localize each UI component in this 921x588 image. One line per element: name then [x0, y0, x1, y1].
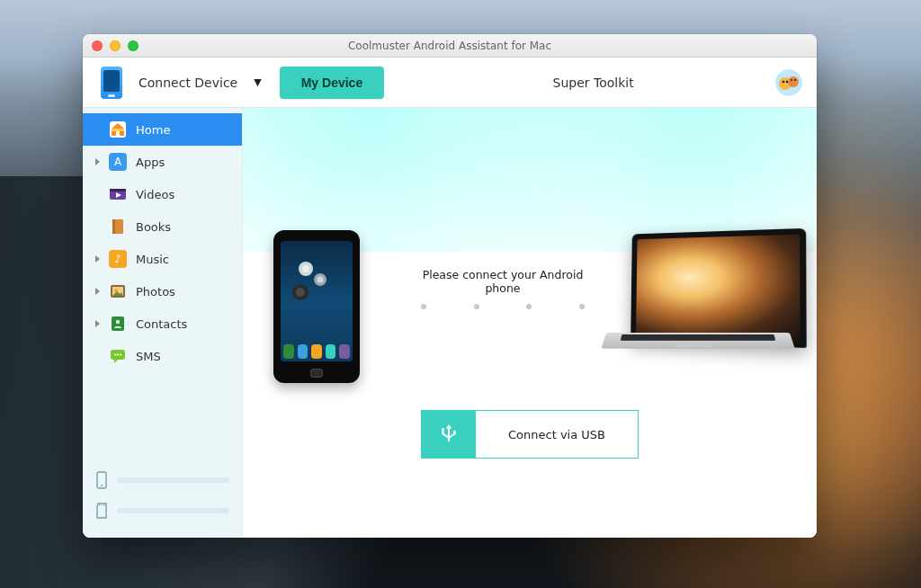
sidebar-item-apps[interactable]: A Apps	[83, 146, 242, 178]
main-panel: Please connect your Android phone Connec…	[243, 108, 817, 538]
photos-icon	[109, 282, 127, 300]
sidebar: Home A Apps Videos	[83, 108, 243, 538]
books-icon	[109, 218, 127, 236]
sidebar-item-label: Music	[136, 253, 169, 266]
sidebar-item-label: Books	[136, 220, 171, 234]
videos-icon	[109, 185, 127, 203]
svg-rect-8	[112, 129, 124, 131]
android-phone-illustration	[273, 230, 360, 383]
dropdown-caret-icon: ▼	[254, 76, 261, 88]
usb-icon	[422, 411, 476, 458]
macbook-illustration	[606, 234, 795, 369]
svg-point-5	[791, 78, 792, 80]
phone-icon	[101, 67, 122, 99]
svg-point-2	[788, 76, 799, 87]
connect-via-usb-label: Connect via USB	[476, 411, 638, 458]
expand-icon	[95, 158, 100, 165]
progress-dots	[405, 304, 601, 309]
expand-icon	[95, 255, 100, 263]
sidebar-item-label: Apps	[136, 156, 165, 169]
internal-storage-meter	[95, 471, 229, 489]
svg-point-24	[101, 485, 103, 486]
connect-via-usb-button[interactable]: Connect via USB	[421, 410, 639, 459]
svg-point-26	[302, 265, 309, 272]
svg-rect-10	[110, 189, 126, 192]
connect-device-dropdown[interactable]: Connect Device ▼	[97, 63, 280, 102]
sms-icon	[109, 347, 127, 365]
sidebar-item-label: Photos	[136, 285, 175, 298]
sidebar-item-videos[interactable]: Videos	[83, 178, 242, 210]
sidebar-item-music[interactable]: ♪ Music	[83, 243, 242, 275]
svg-point-30	[296, 288, 305, 297]
sidebar-item-label: Contacts	[136, 317, 187, 331]
svg-point-22	[120, 353, 121, 355]
svg-point-6	[794, 78, 796, 80]
nav-list: Home A Apps Videos	[83, 108, 242, 372]
connect-device-label: Connect Device	[139, 76, 237, 90]
super-toolkit-tab[interactable]: Super Toolkit	[411, 76, 775, 90]
contacts-icon	[109, 315, 127, 333]
sidebar-item-label: SMS	[136, 350, 161, 363]
svg-point-28	[317, 277, 324, 283]
meter-bar	[117, 508, 229, 513]
toolbar: Connect Device ▼ My Device Super Toolkit	[83, 58, 817, 108]
titlebar: Coolmuster Android Assistant for Mac	[83, 34, 817, 58]
expand-icon	[95, 288, 100, 295]
sidebar-item-sms[interactable]: SMS	[83, 340, 242, 372]
window-title: Coolmuster Android Assistant for Mac	[83, 40, 817, 52]
sidebar-item-books[interactable]: Books	[83, 210, 242, 243]
svg-rect-13	[112, 219, 115, 234]
sidebar-item-photos[interactable]: Photos	[83, 275, 242, 307]
connect-prompt-text: Please connect your Android phone	[405, 268, 601, 295]
sd-storage-meter	[95, 502, 229, 520]
phone-storage-icon	[95, 471, 108, 489]
apps-icon: A	[109, 153, 127, 171]
music-icon: ♪	[109, 250, 127, 268]
sidebar-item-label: Videos	[136, 188, 174, 201]
home-icon	[109, 120, 127, 138]
sidebar-item-contacts[interactable]: Contacts	[83, 307, 242, 340]
avatar-icon	[775, 69, 802, 96]
svg-point-20	[114, 353, 116, 355]
user-avatar[interactable]	[775, 69, 802, 96]
expand-icon	[95, 320, 100, 327]
my-device-button[interactable]: My Device	[280, 67, 384, 99]
svg-point-3	[782, 80, 785, 83]
svg-point-4	[786, 80, 789, 83]
sd-card-icon	[95, 502, 108, 520]
storage-meters	[83, 455, 242, 538]
app-window: Coolmuster Android Assistant for Mac Con…	[83, 34, 817, 538]
svg-point-21	[117, 353, 119, 355]
meter-bar	[117, 477, 229, 483]
sidebar-item-home[interactable]: Home	[83, 113, 242, 146]
svg-point-18	[116, 320, 120, 324]
sidebar-item-label: Home	[136, 123, 170, 137]
